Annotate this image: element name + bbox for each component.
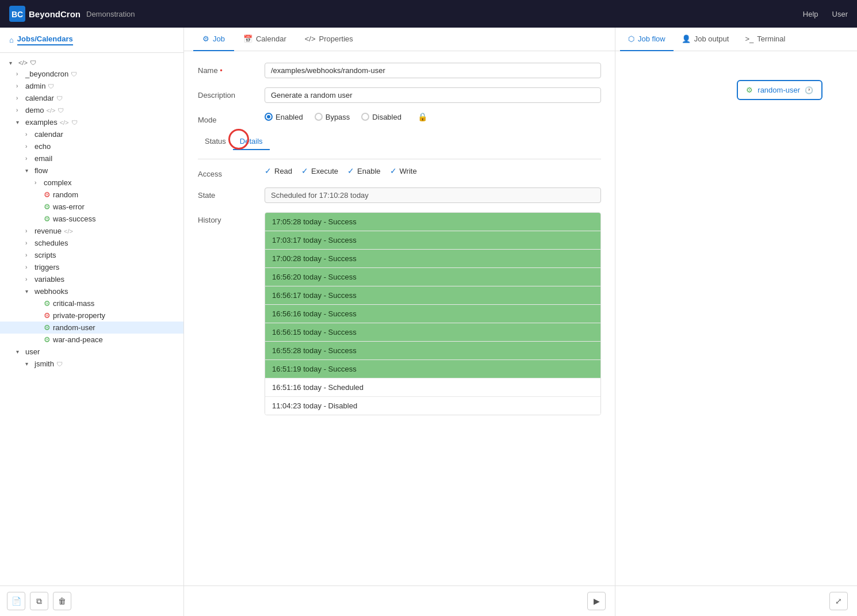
navbar-brand: BC BeyondCron Demonstration	[9, 6, 135, 22]
arrow-icon: ›	[25, 155, 32, 162]
description-input[interactable]	[265, 87, 601, 103]
sidebar-item-webhooks[interactable]: ▾ webhooks	[0, 285, 183, 297]
navbar: BC BeyondCron Demonstration Help User	[0, 0, 857, 28]
item-label: random-user	[53, 323, 95, 332]
right-content: ⚙ random-user 🕐	[615, 51, 857, 586]
sidebar-item-demo[interactable]: › demo </> 🛡	[0, 104, 183, 116]
flow-node-label: random-user	[757, 86, 800, 94]
sidebar-item-private-property[interactable]: ⚙ private-property	[0, 309, 183, 322]
app-logo[interactable]: BC BeyondCron	[9, 6, 81, 22]
sidebar-item-flow-complex[interactable]: › complex	[0, 177, 183, 189]
sidebar-item-scripts[interactable]: › scripts	[0, 249, 183, 261]
item-label: scripts	[35, 251, 56, 259]
name-input[interactable]	[265, 63, 601, 78]
tab-jobflow-label: Job flow	[638, 35, 665, 43]
sidebar-item-calendar[interactable]: › calendar 🛡	[0, 92, 183, 104]
gear-green-icon: ⚙	[44, 215, 51, 223]
sidebar-item-beyondcron[interactable]: › _beyondcron 🛡	[0, 68, 183, 80]
tab-job[interactable]: ⚙ Job	[193, 28, 234, 51]
sidebar-item-flow-random[interactable]: ⚙ random	[0, 189, 183, 201]
history-item-10[interactable]: 11:04:23 today - Disabled	[265, 397, 600, 415]
history-item-3[interactable]: 16:56:20 today - Success	[265, 268, 600, 286]
item-label: examples	[25, 118, 58, 127]
navbar-right: Help User	[803, 10, 848, 18]
sidebar-item-examples-calendar[interactable]: › calendar	[0, 128, 183, 140]
terminal-icon: >_	[745, 35, 753, 43]
access-write[interactable]: ✓ Write	[390, 166, 417, 175]
sidebar-item-user[interactable]: ▾ user	[0, 346, 183, 358]
arrow-icon: ▾	[25, 361, 32, 367]
mode-bypass[interactable]: Bypass	[315, 113, 350, 121]
access-read-label: Read	[274, 167, 292, 175]
flow-node-random-user[interactable]: ⚙ random-user 🕐	[737, 80, 822, 100]
code-icon: </>	[60, 119, 69, 126]
sidebar-item-email[interactable]: › email	[0, 152, 183, 164]
sidebar-item-flow[interactable]: ▾ flow	[0, 164, 183, 177]
sidebar-header-text[interactable]: Jobs/Calendars	[17, 35, 73, 45]
arrow-icon: ▾	[16, 119, 23, 125]
history-item-0[interactable]: 17:05:28 today - Success	[265, 213, 600, 231]
brand-name: BeyondCron	[29, 9, 81, 19]
user-link[interactable]: User	[832, 10, 848, 18]
calendar-icon: 📅	[243, 35, 252, 43]
gear-green-icon: ⚙	[44, 202, 51, 211]
copy-button[interactable]: ⧉	[30, 592, 48, 610]
sidebar-item-was-success[interactable]: ⚙ was-success	[0, 213, 183, 225]
state-row: State	[198, 188, 601, 203]
sub-tab-status[interactable]: Status	[198, 133, 233, 150]
expand-icon: ⤢	[835, 596, 842, 606]
sidebar-item-critical-mass[interactable]: ⚙ critical-mass	[0, 297, 183, 309]
sub-tab-details[interactable]: Details	[233, 133, 270, 150]
history-table: 17:05:28 today - Success 17:03:17 today …	[265, 212, 601, 415]
radio-bypass	[315, 113, 323, 121]
arrow-icon: ›	[25, 240, 32, 246]
delete-button[interactable]: 🗑	[53, 592, 71, 610]
new-button[interactable]: 📄	[7, 592, 25, 610]
sidebar-item-schedules[interactable]: › schedules	[0, 237, 183, 249]
sidebar-item-triggers[interactable]: › triggers	[0, 261, 183, 273]
sidebar-item-jsmith[interactable]: ▾ jsmith 🛡	[0, 358, 183, 370]
access-execute[interactable]: ✓ Execute	[301, 166, 338, 175]
history-item-5[interactable]: 16:56:16 today - Success	[265, 305, 600, 323]
history-item-1[interactable]: 17:03:17 today - Success	[265, 231, 600, 250]
arrow-icon: ›	[35, 179, 41, 186]
mode-enabled[interactable]: Enabled	[265, 113, 303, 121]
sidebar-item-admin[interactable]: › admin 🛡	[0, 80, 183, 92]
sidebar-item-variables[interactable]: › variables	[0, 273, 183, 285]
sidebar-item-was-error[interactable]: ⚙ was-error	[0, 201, 183, 213]
history-item-7[interactable]: 16:55:28 today - Success	[265, 342, 600, 360]
tab-terminal[interactable]: >_ Terminal	[737, 28, 793, 51]
sidebar-header[interactable]: ⌂ Jobs/Calendars	[0, 28, 183, 53]
help-link[interactable]: Help	[803, 10, 818, 18]
sidebar-item-root[interactable]: ▾ </> 🛡	[0, 58, 183, 68]
item-label: flow	[35, 166, 48, 175]
sidebar-item-examples[interactable]: ▾ examples </> 🛡	[0, 116, 183, 128]
tab-calendar[interactable]: 📅 Calendar	[234, 28, 296, 51]
history-item-8[interactable]: 16:51:19 today - Success	[265, 360, 600, 378]
expand-button[interactable]: ⤢	[829, 592, 848, 610]
history-item-9[interactable]: 16:51:16 today - Scheduled	[265, 378, 600, 397]
arrow-icon: ›	[25, 276, 32, 282]
tab-terminal-label: Terminal	[757, 35, 785, 43]
sidebar-item-random-user[interactable]: ⚙ random-user	[0, 322, 183, 334]
run-button[interactable]: ▶	[587, 592, 606, 610]
history-item-6[interactable]: 16:56:15 today - Success	[265, 323, 600, 342]
tab-properties[interactable]: </> Properties	[296, 28, 362, 51]
tab-joboutput[interactable]: 👤 Job output	[674, 28, 737, 51]
right-panel: ⬡ Job flow 👤 Job output >_ Terminal ⚙ ra…	[615, 28, 857, 616]
item-label: revenue	[35, 227, 62, 235]
mode-disabled[interactable]: Disabled	[361, 113, 401, 121]
history-item-4[interactable]: 16:56:17 today - Success	[265, 286, 600, 305]
shield-icon: 🛡	[71, 71, 77, 78]
sidebar-item-revenue[interactable]: › revenue </>	[0, 225, 183, 237]
access-enable[interactable]: ✓ Enable	[347, 166, 380, 175]
jobs-calendars-icon: ⌂	[9, 36, 14, 44]
item-label: complex	[44, 178, 71, 187]
sidebar-item-war-and-peace[interactable]: ⚙ war-and-peace	[0, 334, 183, 346]
history-item-2[interactable]: 17:00:28 today - Success	[265, 250, 600, 268]
shield-icon: 🛡	[56, 95, 63, 102]
sidebar-item-echo[interactable]: › echo	[0, 140, 183, 152]
tab-jobflow[interactable]: ⬡ Job flow	[620, 28, 674, 51]
access-read[interactable]: ✓ Read	[265, 166, 292, 175]
description-row: Description	[198, 87, 601, 103]
